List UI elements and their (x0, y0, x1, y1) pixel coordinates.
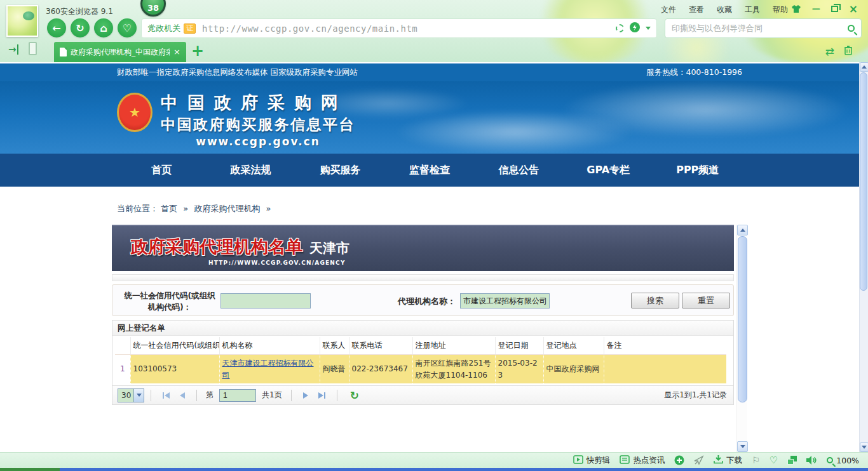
new-tab-icon[interactable]: + (191, 43, 204, 58)
main-nav: 首页 政采法规 购买服务 监督检查 信息公告 GPA专栏 PPP频道 (0, 154, 859, 187)
tab-active[interactable]: 政府采购代理机构_中国政府采 × (54, 42, 186, 62)
minimize-icon[interactable]: — (812, 4, 820, 13)
zoom-control[interactable]: 100% (827, 456, 859, 465)
col-place: 登记地点 (543, 337, 604, 355)
screenshot-icon[interactable] (616, 24, 624, 32)
windows-stack-icon[interactable] (787, 456, 797, 465)
speed-mode-icon[interactable] (630, 22, 640, 34)
quick-clip-button[interactable]: 快剪辑 (573, 455, 611, 466)
status-bar: 快剪辑 热点资讯 下载 ⚐ ♡ 100% (0, 452, 868, 468)
col-date: 登记日期 (495, 337, 543, 355)
cloud-art (305, 88, 470, 119)
favorite-icon[interactable]: ♡ (118, 18, 137, 37)
nav-regulations[interactable]: 政采法规 (207, 154, 296, 187)
search-button[interactable]: 搜索 (631, 293, 679, 308)
heart-icon[interactable]: ♡ (770, 454, 778, 466)
next-page-icon[interactable] (303, 392, 308, 399)
agency-name-input[interactable] (460, 293, 550, 308)
nav-announcements[interactable]: 信息公告 (474, 154, 564, 187)
agency-table: 统一社会信用代码(或组织 机构名称 联系人 联系电话 注册地址 登记日期 登记地… (115, 337, 726, 383)
hot-news-button[interactable]: 热点资讯 (620, 455, 665, 466)
notification-badge[interactable]: 38 (140, 0, 166, 17)
close-icon[interactable]: × (849, 5, 858, 13)
address-bar[interactable]: 党政机关 证 (141, 18, 657, 38)
menu-favorites[interactable]: 收藏 (717, 4, 732, 15)
url-input[interactable] (202, 23, 616, 34)
home-icon[interactable]: ⌂ (94, 18, 113, 37)
col-name: 机构名称 (219, 337, 320, 355)
search-icon[interactable] (848, 25, 855, 32)
nav-home[interactable]: 首页 (117, 154, 207, 187)
sidebar-toggle-icon[interactable]: → (8, 44, 18, 55)
cloud-art (559, 81, 851, 138)
nav-gpa[interactable]: GPA专栏 (564, 154, 653, 187)
reset-button[interactable]: 重置 (682, 293, 730, 308)
breadcrumb-separator: » (266, 204, 271, 213)
first-page-icon[interactable] (163, 392, 170, 399)
reload-list-icon[interactable]: ↻ (350, 389, 359, 402)
flag-icon[interactable]: ⚐ (752, 455, 760, 465)
scroll-up-icon[interactable] (737, 225, 748, 236)
section-title: 网上登记名单 (112, 321, 733, 336)
download-button[interactable]: 下载 (714, 454, 742, 466)
zoom-level: 100% (836, 456, 859, 465)
frame-scrollbar-thumb[interactable] (738, 236, 747, 402)
skin-icon[interactable] (791, 4, 801, 13)
breadcrumb-current-link[interactable]: 政府采购代理机构 (194, 204, 260, 213)
breadcrumb: 当前位置： 首页 » 政府采购代理机构 » (112, 203, 747, 215)
menu-tools[interactable]: 工具 (745, 4, 760, 15)
breadcrumb-home-link[interactable]: 首页 (161, 204, 177, 213)
game-accelerator-icon[interactable] (694, 455, 704, 465)
scroll-up-icon[interactable] (860, 62, 868, 72)
row-name: 天津市建设工程招标有限公司 (219, 355, 320, 384)
row-phone: 022-23673467 (349, 355, 412, 384)
scroll-down-icon[interactable] (860, 442, 868, 452)
tab-close-icon[interactable]: × (173, 48, 180, 56)
nav-purchase-service[interactable]: 购买服务 (295, 154, 385, 187)
back-icon[interactable]: ← (47, 18, 66, 37)
add-circle-icon[interactable] (674, 455, 684, 465)
window-title: 360安全浏览器 9.1 (46, 6, 113, 17)
taskbar-segment (0, 468, 60, 471)
agency-link[interactable]: 天津市建设工程招标有限公司 (222, 359, 314, 380)
browser-scrollbar[interactable] (859, 62, 868, 452)
last-page-icon[interactable] (318, 392, 325, 399)
browser-search-box[interactable] (665, 18, 862, 38)
banner-url: HTTP://WWW.CCGP.GOV.CN/AGENCY (208, 260, 346, 266)
page-size-select[interactable]: 30 (118, 388, 144, 402)
nav-supervision[interactable]: 监督检查 (385, 154, 475, 187)
col-index (115, 337, 130, 355)
menu-bar: 文件 查看 收藏 工具 帮助 (661, 4, 788, 15)
maximize-icon[interactable] (831, 6, 838, 12)
menu-view[interactable]: 查看 (689, 4, 704, 15)
code-input[interactable] (220, 293, 311, 308)
chevron-down-icon[interactable] (646, 27, 651, 30)
frame-scrollbar[interactable] (736, 225, 747, 452)
zoom-icon (827, 457, 833, 463)
browser-search-input[interactable] (672, 23, 848, 33)
refresh-icon[interactable]: ↻ (71, 18, 90, 37)
prev-page-icon[interactable] (180, 392, 185, 399)
nav-ppp[interactable]: PPP频道 (653, 154, 742, 187)
speaker-icon[interactable] (806, 456, 817, 465)
breadcrumb-separator: » (183, 204, 188, 213)
download-icon (714, 454, 723, 466)
code-field-label: 统一社会信用代码(或组织 机构代码)： (121, 290, 218, 313)
windows-taskbar[interactable] (0, 468, 868, 471)
menu-file[interactable]: 文件 (661, 4, 676, 15)
page-number-input[interactable] (219, 389, 256, 402)
service-hotline: 服务热线：400-810-1996 (646, 67, 742, 78)
divider-strip (112, 274, 734, 281)
browser-scrollbar-thumb[interactable] (860, 72, 867, 291)
banner-title: 政府采购代理机构名单 (131, 236, 302, 258)
browser-logo[interactable] (6, 5, 38, 37)
taskbar-segment (60, 468, 868, 471)
window-controls: — × (791, 4, 858, 13)
menu-help[interactable]: 帮助 (773, 4, 788, 15)
web-page: 财政部唯一指定政府采购信息网络发布媒体 国家级政府采购专业网站 服务热线：400… (0, 62, 859, 452)
row-date: 2015-03-23 (495, 355, 543, 384)
scroll-down-icon[interactable] (737, 441, 748, 452)
trash-icon[interactable] (844, 45, 853, 58)
mobile-view-icon[interactable] (29, 42, 37, 55)
swap-tabs-icon[interactable]: ⇄ (825, 45, 834, 58)
